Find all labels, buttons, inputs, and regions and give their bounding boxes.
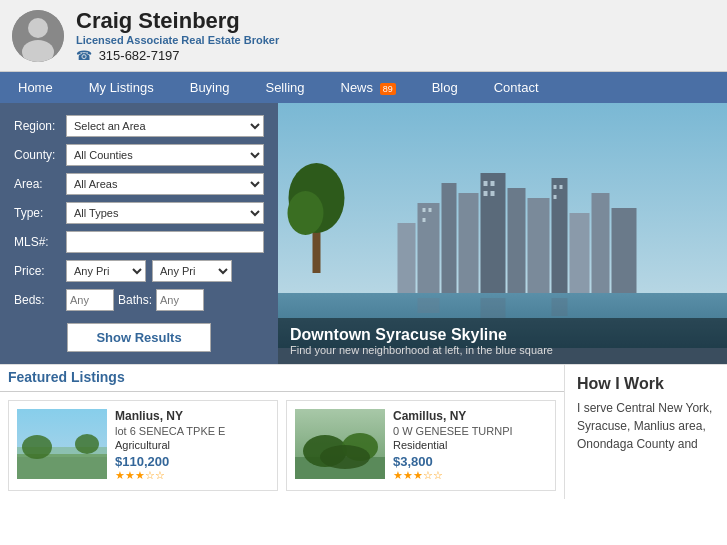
baths-input[interactable]: [156, 289, 204, 311]
listing-type-2: Residential: [393, 439, 547, 451]
beds-row: Beds: Baths:: [14, 289, 264, 311]
listing-inner-1: Manlius, NY lot 6 SENECA TPKE E Agricult…: [17, 409, 269, 482]
hero-overlay: Downtown Syracuse Skyline Find your new …: [278, 318, 727, 364]
how-i-work-text: I serve Central New York, Syracuse, Manl…: [577, 399, 715, 453]
svg-rect-9: [418, 203, 440, 293]
listing-info-2: Camillus, NY 0 W GENESEE TURNPI Resident…: [393, 409, 547, 482]
show-results-button[interactable]: Show Results: [67, 323, 210, 352]
listing-info-1: Manlius, NY lot 6 SENECA TPKE E Agricult…: [115, 409, 269, 482]
svg-rect-29: [418, 298, 440, 313]
featured-title: Featured Listings: [0, 365, 564, 392]
listing-thumb-1: [17, 409, 107, 479]
hero-subtitle: Find your new neighborhood at left, in t…: [290, 344, 715, 356]
listings-area: Featured Listings: [0, 365, 564, 499]
svg-rect-21: [423, 218, 426, 222]
header-info: Craig Steinberg Licensed Associate Real …: [76, 8, 279, 63]
listing-city-1: Manlius, NY: [115, 409, 269, 423]
svg-rect-24: [484, 191, 488, 196]
listing-card-1[interactable]: Manlius, NY lot 6 SENECA TPKE E Agricult…: [8, 400, 278, 491]
region-row: Region: Select an Area: [14, 115, 264, 137]
listing-stars-2: ★★★☆☆: [393, 469, 547, 482]
listing-address-2: 0 W GENESEE TURNPI: [393, 425, 547, 437]
listing-city-2: Camillus, NY: [393, 409, 547, 423]
svg-rect-22: [484, 181, 488, 186]
price-inputs: Any Pri Any Pri: [66, 260, 238, 282]
hero-image: Downtown Syracuse Skyline Find your new …: [278, 103, 727, 364]
svg-rect-26: [554, 185, 557, 189]
area-row: Area: All Areas: [14, 173, 264, 195]
bottom-row: Featured Listings: [0, 364, 727, 499]
beds-label: Beds:: [14, 293, 66, 307]
area-label: Area:: [14, 177, 66, 191]
search-panel: Region: Select an Area County: All Count…: [0, 103, 278, 364]
svg-rect-31: [552, 298, 568, 316]
skyline-svg: [278, 103, 727, 348]
svg-rect-20: [429, 208, 432, 212]
main-nav: Home My Listings Buying Selling News 89 …: [0, 72, 727, 103]
listing-type-1: Agricultural: [115, 439, 269, 451]
svg-rect-18: [612, 208, 637, 293]
listings-row: Manlius, NY lot 6 SENECA TPKE E Agricult…: [0, 392, 564, 499]
listing-inner-2: Camillus, NY 0 W GENESEE TURNPI Resident…: [295, 409, 547, 482]
svg-rect-19: [423, 208, 426, 212]
phone-icon: ☎: [76, 48, 92, 63]
nav-buying[interactable]: Buying: [172, 72, 248, 103]
nav-contact[interactable]: Contact: [476, 72, 557, 103]
type-row: Type: All Types: [14, 202, 264, 224]
how-i-work-title: How I Work: [577, 375, 715, 393]
beds-baths-inputs: Baths:: [66, 289, 204, 311]
area-select[interactable]: All Areas: [66, 173, 264, 195]
svg-rect-30: [481, 298, 506, 318]
svg-point-35: [22, 435, 52, 459]
broker-phone: ☎ 315-682-7197: [76, 48, 279, 63]
svg-rect-16: [570, 213, 590, 293]
listing-address-1: lot 6 SENECA TPKE E: [115, 425, 269, 437]
mls-row: MLS#:: [14, 231, 264, 253]
nav-my-listings[interactable]: My Listings: [71, 72, 172, 103]
mls-label: MLS#:: [14, 235, 66, 249]
price-row: Price: Any Pri Any Pri: [14, 260, 264, 282]
svg-rect-27: [560, 185, 563, 189]
hero-canvas: [278, 103, 727, 348]
price-min-select[interactable]: Any Pri: [66, 260, 146, 282]
svg-rect-23: [491, 181, 495, 186]
broker-subtitle: Licensed Associate Real Estate Broker: [76, 34, 279, 46]
svg-rect-8: [398, 223, 416, 293]
nav-selling[interactable]: Selling: [247, 72, 322, 103]
listing-price-1: $110,200: [115, 454, 269, 469]
avatar: [12, 10, 64, 62]
nav-news[interactable]: News 89: [323, 72, 414, 103]
hero-title: Downtown Syracuse Skyline: [290, 326, 715, 344]
svg-rect-11: [459, 193, 479, 293]
county-label: County:: [14, 148, 66, 162]
listing-thumb-2: [295, 409, 385, 479]
type-select[interactable]: All Types: [66, 202, 264, 224]
type-label: Type:: [14, 206, 66, 220]
region-select[interactable]: Select an Area: [66, 115, 264, 137]
svg-rect-10: [442, 183, 457, 293]
svg-point-7: [288, 191, 324, 235]
svg-rect-28: [554, 195, 557, 199]
beds-input[interactable]: [66, 289, 114, 311]
baths-label: Baths:: [118, 293, 152, 307]
svg-rect-13: [508, 188, 526, 293]
nav-home[interactable]: Home: [0, 72, 71, 103]
header: Craig Steinberg Licensed Associate Real …: [0, 0, 727, 72]
svg-point-36: [75, 434, 99, 454]
price-max-select[interactable]: Any Pri: [152, 260, 232, 282]
nav-blog[interactable]: Blog: [414, 72, 476, 103]
listing-stars-1: ★★★☆☆: [115, 469, 269, 482]
mls-input[interactable]: [66, 231, 264, 253]
broker-name: Craig Steinberg: [76, 8, 279, 34]
news-badge: 89: [380, 83, 396, 95]
price-label: Price:: [14, 264, 66, 278]
county-select[interactable]: All Counties: [66, 144, 264, 166]
svg-rect-14: [528, 198, 550, 293]
how-i-work: How I Work I serve Central New York, Syr…: [564, 365, 727, 499]
svg-rect-17: [592, 193, 610, 293]
region-label: Region:: [14, 119, 66, 133]
listing-card-2[interactable]: Camillus, NY 0 W GENESEE TURNPI Resident…: [286, 400, 556, 491]
svg-point-1: [28, 18, 48, 38]
main-area: Region: Select an Area County: All Count…: [0, 103, 727, 364]
svg-point-41: [320, 445, 370, 469]
